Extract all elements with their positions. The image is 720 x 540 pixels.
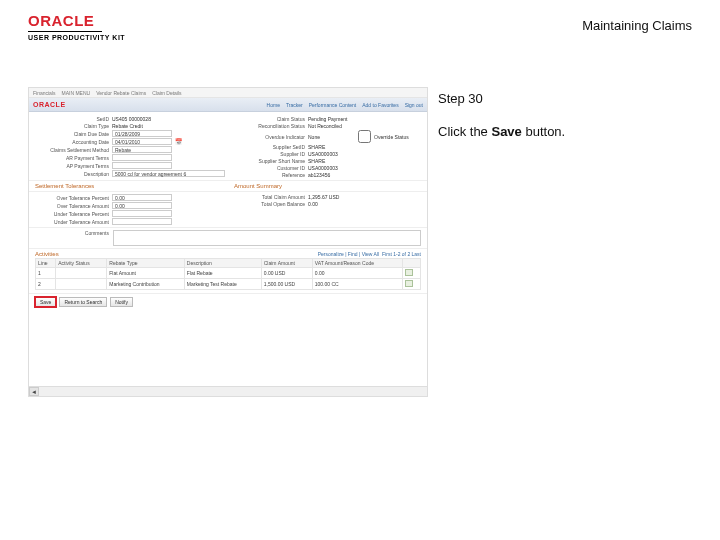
cell [56, 279, 107, 290]
cell [56, 268, 107, 279]
app-logo: ORACLE [33, 101, 66, 108]
row-action-icon[interactable] [405, 280, 413, 287]
section-tolerances: Settlement Tolerances [29, 181, 228, 192]
cell: 2 [36, 279, 56, 290]
breadcrumb-item: MAIN MENU [62, 90, 91, 96]
lbl-supid: Supplier ID [231, 151, 305, 157]
nav-fav[interactable]: Add to Favorites [362, 102, 398, 108]
button-bar: Save Return to Search Notify [29, 293, 427, 310]
inpt-duedate[interactable]: 01/28/2009 [112, 130, 172, 137]
lbl-otp: Over Tolerance Percent [35, 195, 109, 201]
comments-row: Comments [29, 228, 427, 249]
val-setid: US405 00000028 [112, 116, 225, 122]
activity-title: Activities [35, 251, 59, 257]
horizontal-scrollbar[interactable]: ◄ [29, 386, 427, 396]
step-text-bold: Save [491, 124, 521, 139]
step-text: Click the Save button. [438, 124, 702, 139]
val-supshort: SHARE [308, 158, 421, 164]
lbl-tob: Total Open Balance [231, 201, 305, 207]
nav-tracker[interactable]: Tracker [286, 102, 303, 108]
breadcrumb: Financials MAIN MENU Vendor Rebate Claim… [29, 88, 427, 98]
lbl-settle: Claims Settlement Method [35, 147, 109, 153]
cell: Marketing Test Rebate [184, 279, 261, 290]
nav-signout[interactable]: Sign out [405, 102, 423, 108]
val-status: Pending Payment [308, 116, 421, 122]
step-text-suffix: button. [522, 124, 565, 139]
table-header-row: Line Activity Status Rebate Type Descrip… [36, 259, 421, 268]
lbl-setid: SetID [35, 116, 109, 122]
calendar-icon[interactable]: 📅 [175, 138, 182, 145]
activity-table: Line Activity Status Rebate Type Descrip… [35, 258, 421, 290]
inpt-utp[interactable] [112, 210, 172, 217]
product-name: USER PRODUCTIVITY KIT [28, 34, 125, 41]
pager-links[interactable]: Personalize | Find | View All [318, 251, 379, 257]
lbl-ref: Reference [231, 172, 305, 178]
inpt-acctdate[interactable]: 04/01/2010 [112, 138, 172, 145]
val-supid: USA0000003 [308, 151, 421, 157]
lbl-desc: Description [35, 171, 109, 177]
lbl-apterms: AP Payment Terms [35, 163, 109, 169]
section-amount: Amount Summary [228, 181, 427, 192]
override-checkbox[interactable] [358, 130, 371, 143]
inpt-otp[interactable]: 0.00 [112, 194, 172, 201]
th-line: Line [36, 259, 56, 268]
table-row: 2 Marketing Contribution Marketing Test … [36, 279, 421, 290]
lbl-tca: Total Claim Amount [231, 194, 305, 200]
val-custid: USA0000003 [308, 165, 421, 171]
pager-range: First 1-2 of 2 Last [382, 251, 421, 257]
lbl-recon: Reconciliation Status [231, 123, 305, 129]
inpt-ota[interactable]: 0.00 [112, 202, 172, 209]
content-row: Financials MAIN MENU Vendor Rebate Claim… [0, 87, 720, 397]
lbl-duedate: Claim Due Date [35, 131, 109, 137]
cell-icon[interactable] [402, 268, 420, 279]
th-amt: Claim Amount [261, 259, 312, 268]
inpt-arterms[interactable] [112, 154, 172, 161]
pager: Personalize | Find | View All First 1-2 … [318, 251, 421, 257]
nav-home[interactable]: Home [267, 102, 280, 108]
save-button[interactable]: Save [35, 297, 56, 307]
override-label: Override Status [374, 134, 421, 140]
breadcrumb-item: Financials [33, 90, 56, 96]
lbl-comments: Comments [35, 230, 109, 236]
breadcrumb-item: Claim Details [152, 90, 181, 96]
tolerances-area: Over Tolerance Percent0.00 Over Toleranc… [29, 192, 427, 228]
lbl-status: Claim Status [231, 116, 305, 122]
th-type: Rebate Type [107, 259, 185, 268]
val-tca: 1,295.67 USD [308, 194, 421, 200]
lbl-custid: Customer ID [231, 165, 305, 171]
val-supsetid: SHARE [308, 144, 421, 150]
cell: Flat Amount [107, 268, 185, 279]
logo-block: ORACLE USER PRODUCTIVITY KIT [28, 12, 125, 41]
th-status: Activity Status [56, 259, 107, 268]
activity-header: Activities Personalize | Find | View All… [29, 249, 427, 258]
app-nav: Home Tracker Performance Content Add to … [267, 102, 423, 108]
lbl-utp: Under Tolerance Percent [35, 211, 109, 217]
notify-button[interactable]: Notify [110, 297, 133, 307]
oracle-logo: ORACLE [28, 12, 125, 29]
cell: 0.00 USD [261, 268, 312, 279]
scroll-left-icon[interactable]: ◄ [29, 387, 39, 396]
val-tob: 0.00 [308, 201, 421, 207]
cell: Marketing Contribution [107, 279, 185, 290]
inpt-uta[interactable] [112, 218, 172, 225]
inpt-desc[interactable]: 5000 cd for vendor agreement 6 [112, 170, 225, 177]
val-ref: ab123456 [308, 172, 421, 178]
nav-perf[interactable]: Performance Content [309, 102, 357, 108]
lbl-supsetid: Supplier SetID [231, 144, 305, 150]
return-button[interactable]: Return to Search [59, 297, 107, 307]
form-right: Claim StatusPending Payment Reconciliati… [231, 116, 421, 178]
inpt-apterms[interactable] [112, 162, 172, 169]
cell-icon[interactable] [402, 279, 420, 290]
lbl-supshort: Supplier Short Name [231, 158, 305, 164]
lbl-ota: Over Tolerance Amount [35, 203, 109, 209]
inpt-settle[interactable]: Rebate [112, 146, 172, 153]
cell: 1 [36, 268, 56, 279]
doc-title: Maintaining Claims [582, 18, 692, 33]
app-screenshot: Financials MAIN MENU Vendor Rebate Claim… [28, 87, 428, 397]
breadcrumb-item: Vendor Rebate Claims [96, 90, 146, 96]
val-overdue: None [308, 134, 355, 140]
comments-box[interactable] [113, 230, 421, 246]
cell: 0.00 [312, 268, 402, 279]
row-action-icon[interactable] [405, 269, 413, 276]
cell: 1,500.00 USD [261, 279, 312, 290]
